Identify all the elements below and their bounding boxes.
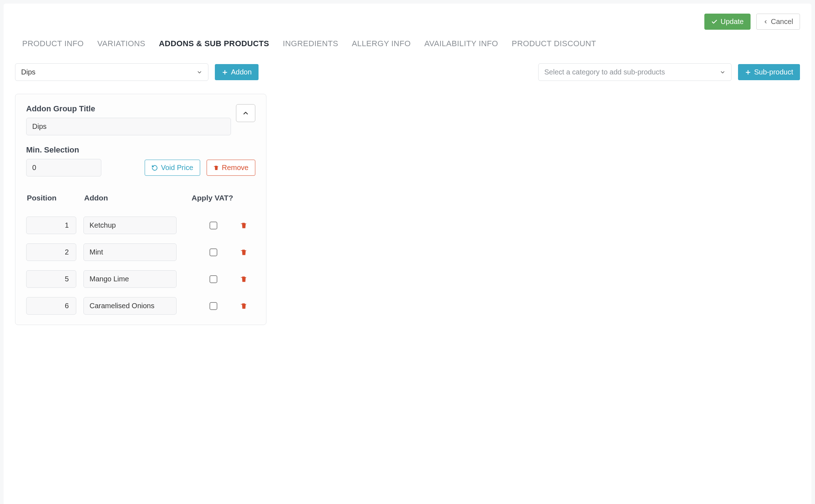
trash-icon xyxy=(213,165,219,171)
check-icon xyxy=(711,19,718,25)
plus-icon xyxy=(222,69,228,76)
chevron-down-icon xyxy=(720,69,725,75)
group-title-block: Addon Group Title xyxy=(26,104,231,135)
plus-icon xyxy=(745,69,751,76)
addon-category-value: Dips xyxy=(21,68,35,76)
vat-cell xyxy=(184,275,255,283)
vat-cell xyxy=(184,302,255,310)
cancel-label: Cancel xyxy=(771,18,793,26)
void-price-button[interactable]: Void Price xyxy=(145,160,200,176)
min-selection-input[interactable] xyxy=(26,159,101,176)
min-controls: Void Price Remove xyxy=(26,159,255,176)
undo-icon xyxy=(151,165,158,171)
tab-allergy-info[interactable]: ALLERGY INFO xyxy=(352,39,411,48)
trash-icon xyxy=(240,249,247,256)
vat-checkbox[interactable] xyxy=(209,302,217,310)
col-addon: Addon xyxy=(84,194,177,202)
position-input[interactable] xyxy=(26,270,76,288)
addon-row xyxy=(26,217,255,234)
cancel-button[interactable]: Cancel xyxy=(756,14,800,30)
trash-icon xyxy=(240,302,247,310)
addon-name-input[interactable] xyxy=(83,243,177,261)
addon-row xyxy=(26,270,255,288)
vat-cell xyxy=(184,222,255,229)
delete-row-button[interactable] xyxy=(240,302,247,310)
top-actions: Update Cancel xyxy=(15,14,800,30)
update-button[interactable]: Update xyxy=(704,14,751,30)
tabs: PRODUCT INFO VARIATIONS ADDONS & SUB PRO… xyxy=(15,37,800,54)
col-vat: Apply VAT? xyxy=(184,194,255,202)
addon-row xyxy=(26,297,255,315)
tab-product-info[interactable]: PRODUCT INFO xyxy=(22,39,84,48)
group-title-label: Addon Group Title xyxy=(26,104,231,113)
remove-group-label: Remove xyxy=(222,164,249,172)
vat-checkbox[interactable] xyxy=(209,275,217,283)
position-input[interactable] xyxy=(26,217,76,234)
delete-row-button[interactable] xyxy=(240,249,247,256)
remove-group-button[interactable]: Remove xyxy=(207,160,255,176)
chevron-left-icon xyxy=(763,19,768,24)
addon-name-input[interactable] xyxy=(83,270,177,288)
add-addon-label: Addon xyxy=(231,68,252,76)
trash-icon xyxy=(240,222,247,229)
group-header: Addon Group Title xyxy=(26,104,255,135)
add-subproduct-button[interactable]: Sub-product xyxy=(738,64,800,80)
addon-row xyxy=(26,243,255,261)
void-price-label: Void Price xyxy=(161,164,193,172)
product-edit-page: Update Cancel PRODUCT INFO VARIATIONS AD… xyxy=(4,4,811,504)
vat-checkbox[interactable] xyxy=(209,222,217,229)
trash-icon xyxy=(240,276,247,283)
min-selection-label: Min. Selection xyxy=(26,145,255,155)
tab-variations[interactable]: VARIATIONS xyxy=(97,39,145,48)
add-subproduct-label: Sub-product xyxy=(754,68,793,76)
delete-row-button[interactable] xyxy=(240,276,247,283)
vat-cell xyxy=(184,248,255,256)
tab-addons-subproducts[interactable]: ADDONS & SUB PRODUCTS xyxy=(159,39,269,48)
update-label: Update xyxy=(720,18,744,26)
collapse-button[interactable] xyxy=(236,104,255,122)
min-selection-block: Min. Selection Void Price Remove xyxy=(26,145,255,176)
vat-checkbox[interactable] xyxy=(209,248,217,256)
add-addon-button[interactable]: Addon xyxy=(215,64,259,80)
addon-name-input[interactable] xyxy=(83,297,177,315)
subproduct-category-placeholder: Select a category to add sub-products xyxy=(544,68,665,76)
tab-product-discount[interactable]: PRODUCT DISCOUNT xyxy=(512,39,596,48)
subproduct-category-select[interactable]: Select a category to add sub-products xyxy=(538,63,732,81)
delete-row-button[interactable] xyxy=(240,222,247,229)
addon-name-input[interactable] xyxy=(83,217,177,234)
tab-availability-info[interactable]: AVAILABILITY INFO xyxy=(424,39,498,48)
col-position: Position xyxy=(27,194,77,202)
tab-ingredients[interactable]: INGREDIENTS xyxy=(283,39,338,48)
addon-category-select[interactable]: Dips xyxy=(15,63,208,81)
addon-group-card: Addon Group Title Min. Selection Void Pr… xyxy=(15,94,266,325)
group-title-input[interactable] xyxy=(26,118,231,135)
chevron-up-icon xyxy=(242,110,249,117)
position-input[interactable] xyxy=(26,243,76,261)
addon-table-header: Position Addon Apply VAT? xyxy=(26,194,255,207)
chevron-down-icon xyxy=(197,69,202,75)
addon-toolbar: Dips Addon Select a category to add sub-… xyxy=(15,54,800,94)
position-input[interactable] xyxy=(26,297,76,315)
